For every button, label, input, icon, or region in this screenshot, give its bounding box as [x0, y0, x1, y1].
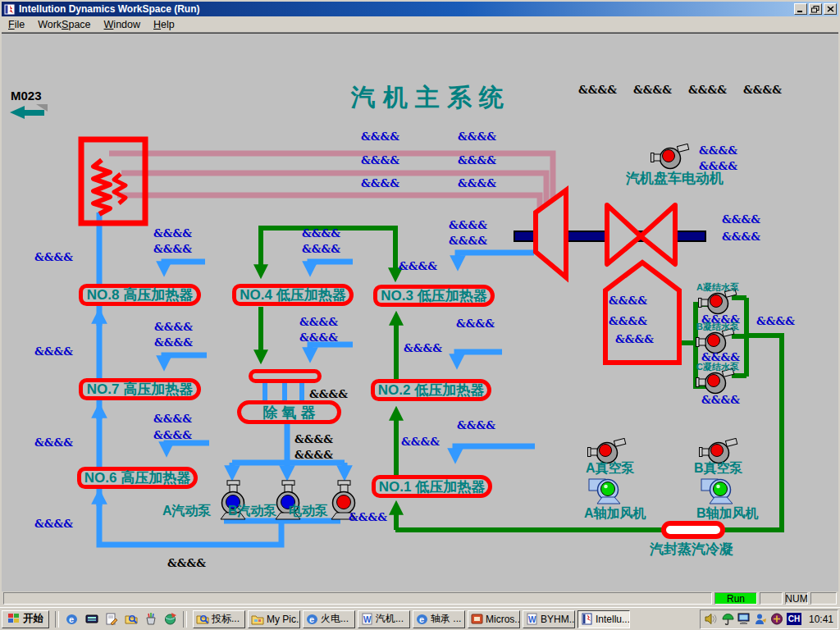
clock: 10:41: [804, 614, 833, 625]
monitor-icon[interactable]: [737, 613, 751, 626]
placeholder-value: &&&&: [167, 558, 206, 568]
deaerator: 除 氧 器: [237, 400, 341, 424]
globe-icon[interactable]: [163, 613, 177, 626]
heater-no3: NO.3 低压加热器: [373, 285, 495, 307]
placeholder-value: &&&&: [299, 317, 338, 327]
heater-no1: NO.1 低压加热器: [372, 475, 492, 498]
find-files-icon[interactable]: [124, 613, 138, 626]
placeholder-value: &&&&: [361, 155, 399, 166]
placeholder-value: &&&&: [399, 261, 437, 272]
task-button-[interactable]: 投标...: [193, 610, 245, 628]
placeholder-value: &&&&: [154, 322, 193, 332]
start-button[interactable]: 开始: [2, 610, 49, 628]
status-bar: Run NUM: [2, 591, 838, 605]
placeholder-value: &&&&: [153, 413, 192, 424]
minimize-button[interactable]: [794, 3, 807, 15]
shaft-seal-fan-b-icon: [700, 477, 736, 508]
equipment-label: B汽动泵: [228, 504, 277, 518]
task-button-area: 投标...My Pic...e火电...W汽机...e轴承 ...Micros.…: [193, 610, 696, 628]
placeholder-value: &&&&: [609, 316, 647, 326]
start-label: 开始: [23, 612, 43, 626]
hmi-canvas: M023 汽机主系统 NO.8 高压加热器NO.4 低压加热器NO.3 低压加热…: [2, 33, 838, 593]
svg-text:W: W: [363, 615, 372, 624]
svg-text:e: e: [419, 614, 424, 624]
placeholder-value: &&&&: [699, 145, 737, 156]
title-bar: Intellution Dynamics WorkSpace (Run): [2, 2, 838, 16]
placeholder-value: &&&&: [294, 434, 333, 445]
placeholder-value: &&&&: [153, 430, 192, 441]
heater-no6: NO.6 高压加热器: [77, 467, 198, 489]
status-cell-end: [810, 592, 837, 605]
close-button[interactable]: [824, 3, 837, 15]
task-button-[interactable]: e火电...: [303, 610, 355, 628]
svg-text:W: W: [528, 615, 536, 624]
placeholder-value: &&&&: [615, 334, 654, 345]
taskbar: 开始 e 投标...My Pic...e火电...W汽机...e轴承 ...Mi…: [0, 607, 840, 630]
placeholder-value: &&&&: [458, 131, 496, 142]
placeholder-value: &&&&: [449, 235, 487, 246]
equipment-label: 汽封蒸汽冷凝: [650, 542, 733, 556]
workspace-window: Intellution Dynamics WorkSpace (Run) Fil…: [0, 0, 840, 607]
status-cell-empty: [760, 592, 783, 605]
back-nav-arrow-icon[interactable]: [8, 103, 51, 121]
ie-quicklaunch-icon[interactable]: e: [65, 613, 79, 626]
placeholder-value: &&&&: [458, 178, 496, 189]
placeholder-value: &&&&: [302, 244, 340, 254]
placeholder-value: &&&&: [294, 450, 333, 460]
search-folder-icon: [196, 613, 209, 625]
placeholder-value: &&&&: [722, 214, 760, 225]
heater-no7: NO.7 高压加热器: [79, 378, 201, 400]
status-message-area: [3, 592, 712, 605]
keyboard-icon[interactable]: [84, 613, 98, 626]
input-method-badge[interactable]: CH: [787, 613, 801, 625]
menu-help[interactable]: Help: [147, 17, 181, 32]
pen-cup-icon[interactable]: [144, 613, 158, 626]
umbrella-icon[interactable]: [721, 613, 735, 626]
task-button-intellu[interactable]: Intellu...: [578, 610, 630, 628]
placeholder-value: &&&&: [349, 512, 387, 523]
placeholder-value: &&&&: [34, 252, 73, 262]
equipment-label: C凝结水泵: [696, 363, 739, 372]
folder-icon: [251, 614, 264, 625]
hmi-tray-icon[interactable]: [770, 613, 784, 626]
equipment-label: A凝结水泵: [696, 283, 739, 292]
task-button-micros[interactable]: Micros...: [468, 610, 520, 628]
speaker-icon[interactable]: [705, 613, 719, 626]
placeholder-value: &&&&: [688, 84, 727, 95]
placeholder-value: &&&&: [404, 343, 442, 354]
system-tray: CH 10:41: [700, 609, 838, 629]
placeholder-value: &&&&: [302, 228, 340, 239]
user-icon[interactable]: [754, 613, 768, 626]
window-title: Intellution Dynamics WorkSpace (Run): [19, 3, 794, 15]
heater-no8: NO.8 高压加热器: [79, 284, 201, 306]
heater-no4: NO.4 低压加热器: [232, 284, 354, 306]
equipment-label: 电动泵: [289, 504, 328, 518]
menu-window[interactable]: Window: [98, 17, 147, 32]
lp-turbine-right: [641, 205, 675, 264]
heater-coil: [94, 160, 110, 214]
task-button-byhm[interactable]: WBYHM...: [523, 610, 575, 628]
taskbar-separator: [55, 611, 59, 628]
placeholder-value: &&&&: [578, 84, 617, 95]
menu-workspace[interactable]: WorkSpace: [31, 17, 97, 32]
placeholder-value: &&&&: [456, 318, 495, 329]
quick-launch-bar: e: [62, 613, 180, 626]
screen-tag: M023: [11, 89, 42, 103]
svg-text:e: e: [309, 614, 314, 624]
placeholder-value: &&&&: [153, 244, 192, 254]
placeholder-value: &&&&: [299, 332, 338, 343]
gland-steam-condenser-vessel: [661, 521, 725, 539]
placeholder-value: &&&&: [34, 346, 73, 357]
ie-icon: e: [416, 613, 428, 625]
task-button-[interactable]: e轴承 ...: [413, 610, 465, 628]
shaft-seal-fan-a-icon: [587, 477, 623, 508]
heater-no2: NO.2 低压加热器: [371, 379, 491, 401]
menu-file[interactable]: File: [2, 17, 31, 32]
menu-bar: FileWorkSpaceWindowHelp: [2, 16, 838, 33]
document-pencil-icon[interactable]: [104, 613, 118, 626]
placeholder-value: &&&&: [401, 436, 440, 447]
restore-button[interactable]: [809, 3, 822, 15]
task-button-[interactable]: W汽机...: [358, 610, 410, 628]
task-button-mypic[interactable]: My Pic...: [248, 610, 300, 628]
taskbar-separator: [183, 611, 187, 628]
